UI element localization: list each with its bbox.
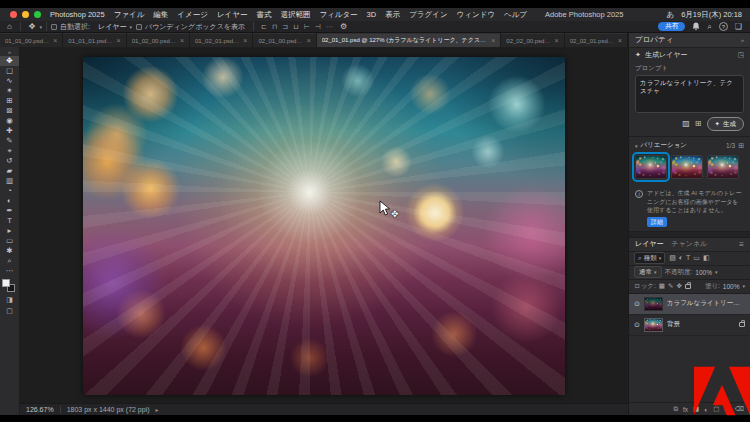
minimize-window-button[interactable]	[22, 11, 29, 18]
align-left-icon[interactable]: ⊏	[261, 23, 267, 31]
layer-effects-icon[interactable]: fx	[683, 406, 688, 413]
chevron-down-icon[interactable]: ▾	[715, 269, 718, 275]
workspace-switcher-icon[interactable]: ❏	[735, 23, 742, 31]
menu-item[interactable]: イメージ	[177, 10, 208, 20]
distribute-horizontal-icon[interactable]: ⊢	[304, 23, 310, 31]
menu-item[interactable]: Photoshop 2025	[50, 10, 105, 20]
document-tab[interactable]: 02_02_01.psd @ 1... ×	[565, 33, 627, 47]
menu-item[interactable]: ヘルプ	[504, 10, 527, 20]
close-tab-icon[interactable]: ×	[491, 37, 495, 44]
dodge-tool[interactable]: ◐	[0, 196, 19, 206]
home-icon[interactable]: ⌂	[0, 23, 16, 31]
opacity-value[interactable]: 100%	[695, 269, 712, 276]
reference-image-icon[interactable]: ▨	[682, 120, 690, 128]
menu-item[interactable]: 3D	[367, 10, 377, 20]
generate-button[interactable]: ✦ 生成	[707, 117, 744, 131]
chevron-down-icon[interactable]: ▾	[635, 143, 638, 149]
lock-position-icon[interactable]: ✥	[676, 282, 681, 290]
crop-tool[interactable]: ⊞	[0, 96, 19, 106]
menu-item[interactable]: フィルター	[319, 10, 357, 20]
canvas-document[interactable]	[83, 57, 565, 395]
zoom-window-button[interactable]	[34, 11, 41, 18]
variation-thumbnail[interactable]	[707, 155, 739, 179]
clone-stamp-tool[interactable]: ⌖	[0, 146, 19, 156]
lock-transparent-pixels-icon[interactable]: ▦	[659, 282, 665, 290]
chevron-down-icon[interactable]: ▾	[742, 283, 745, 289]
close-tab-icon[interactable]: ×	[555, 37, 559, 44]
gradient-tool[interactable]: ▥	[0, 176, 19, 186]
close-tab-icon[interactable]: ×	[117, 37, 121, 44]
close-tab-icon[interactable]: ×	[53, 37, 57, 44]
share-button[interactable]: 共有	[658, 22, 685, 32]
filter-smart-objects-icon[interactable]: ◧	[703, 254, 710, 262]
brush-tool[interactable]: ✎	[0, 136, 19, 146]
collapse-toolbar-icon[interactable]: »	[8, 47, 11, 56]
quick-mask-icon[interactable]: ◨	[6, 294, 13, 305]
color-swatches[interactable]	[2, 279, 18, 294]
layer-thumbnail[interactable]	[644, 318, 663, 332]
tab-layers[interactable]: レイヤー	[635, 239, 664, 249]
pen-tool[interactable]: ✒	[0, 206, 19, 216]
menu-item[interactable]: ファイル	[114, 10, 145, 20]
layer-filter-dropdown[interactable]: ⌕ 種類 ▾	[634, 252, 665, 264]
filter-adjustment-layers-icon[interactable]: ◐	[679, 254, 683, 262]
auto-select-target-dropdown[interactable]: レイヤー ▾	[94, 22, 136, 32]
tab-channels[interactable]: チャンネル	[672, 239, 708, 249]
align-center-icon[interactable]: ⊓	[272, 23, 277, 31]
close-tab-icon[interactable]: ×	[243, 37, 247, 44]
object-selection-tool[interactable]: ✶	[0, 86, 19, 96]
eraser-tool[interactable]: ▰	[0, 166, 19, 176]
fill-value[interactable]: 100%	[723, 283, 740, 290]
gear-icon[interactable]: ⚙	[336, 23, 351, 31]
show-bounding-box-checkbox[interactable]: バウンディングボックスを表示	[136, 22, 245, 32]
status-options-arrow-icon[interactable]: ▸	[156, 406, 159, 413]
prompt-input[interactable]: カラフルなライトリーク、テクスチャ	[635, 75, 744, 113]
bell-icon[interactable]	[692, 22, 700, 31]
document-tab[interactable]: 02_01_00.psd @ 1... ×	[253, 33, 315, 47]
more-align-options-icon[interactable]: ⋯	[326, 23, 333, 31]
document-tab[interactable]: 01_02_01.psd @ 1... ×	[190, 33, 252, 47]
lasso-tool[interactable]: ∿	[0, 76, 19, 86]
filter-shape-layers-icon[interactable]: ▭	[693, 254, 700, 262]
distribute-vertical-icon[interactable]: ⊔	[293, 23, 298, 31]
menu-item[interactable]: プラグイン	[409, 10, 447, 20]
zoom-tool[interactable]: ⌕	[0, 256, 19, 266]
filter-type-layers-icon[interactable]: T	[686, 254, 690, 262]
zoom-level-field[interactable]: 126.67%	[20, 406, 61, 413]
menu-item[interactable]: 編集	[153, 10, 168, 20]
menu-item[interactable]: 選択範囲	[280, 10, 310, 20]
collapse-panel-icon[interactable]: »	[741, 37, 744, 43]
checkbox-icon[interactable]	[136, 24, 142, 30]
document-tab[interactable]: 01_02_00.psd @ 1... ×	[127, 33, 189, 47]
path-selection-tool[interactable]: ▸	[0, 226, 19, 236]
properties-panel-title[interactable]: プロパティ	[635, 35, 673, 45]
layer-visibility-icon[interactable]: ⊙	[634, 300, 640, 308]
input-source-indicator[interactable]: あ	[666, 10, 674, 20]
checkbox-icon[interactable]	[51, 24, 57, 30]
move-tool[interactable]: ✥	[0, 56, 19, 66]
menu-item[interactable]: ウィンドウ	[457, 10, 495, 20]
help-icon[interactable]: ?	[719, 22, 728, 31]
close-tab-icon[interactable]: ×	[180, 37, 184, 44]
auto-select-checkbox[interactable]: 自動選択:	[51, 22, 90, 32]
layer-options-icon[interactable]: ◳	[737, 51, 744, 59]
align-right-icon[interactable]: ⊐	[282, 23, 288, 31]
learn-more-link[interactable]: 詳細	[647, 217, 667, 227]
close-window-button[interactable]	[10, 11, 17, 18]
healing-brush-tool[interactable]: ✚	[0, 126, 19, 136]
canvas-area[interactable]: ✥ 126.67% 1803 px x 1440 px (72 ppi) ▸	[20, 47, 628, 415]
edit-toolbar-button[interactable]: ⋯	[0, 266, 19, 276]
menu-item[interactable]: 書式	[256, 10, 271, 20]
type-tool[interactable]: T	[0, 216, 19, 226]
blur-tool[interactable]: ◔	[0, 186, 19, 196]
screen-mode-icon[interactable]: ▢	[6, 305, 13, 316]
chevron-down-icon[interactable]: ▾	[40, 24, 43, 30]
marquee-tool[interactable]: ▢	[0, 66, 19, 76]
close-tab-icon[interactable]: ×	[307, 37, 311, 44]
filter-pixel-layers-icon[interactable]: ▨	[669, 254, 676, 262]
blend-mode-dropdown[interactable]: 通常 ▾	[634, 266, 662, 278]
lock-all-icon[interactable]	[685, 284, 691, 289]
eyedropper-tool[interactable]: ◉	[0, 116, 19, 126]
distribute-spacing-icon[interactable]: ⊣	[315, 23, 321, 31]
menu-item[interactable]: レイヤー	[217, 10, 248, 20]
